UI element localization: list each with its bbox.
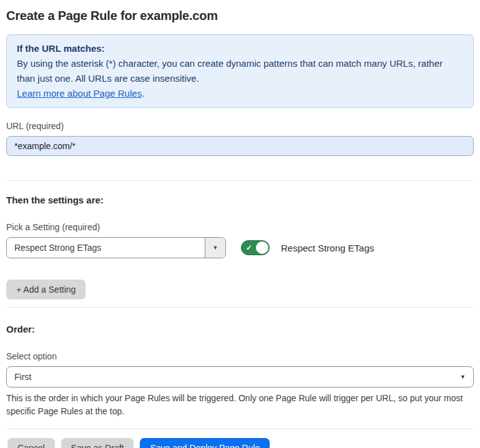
url-match-info-box: If the URL matches: By using the asteris… [6,34,474,108]
settings-section-heading: Then the settings are: [6,195,474,205]
url-field-label: URL (required) [6,121,474,131]
url-input[interactable] [6,136,474,156]
footer-actions: Cancel Save as Draft Save and Deploy Pag… [6,429,474,448]
setting-toggle-group: ✓ Respect Strong ETags [241,240,374,255]
create-page-rule-form: Create a Page Rule for example.com If th… [0,0,480,448]
save-as-draft-button[interactable]: Save as Draft [61,438,134,448]
setting-toggle-label: Respect Strong ETags [281,243,374,253]
save-and-deploy-button[interactable]: Save and Deploy Page Rule [140,438,270,448]
order-select[interactable]: First ▼ [6,366,474,387]
info-box-link-line: Learn more about Page Rules. [17,86,463,101]
section-divider [6,307,474,308]
order-section-heading: Order: [6,324,474,334]
page-title: Create a Page Rule for example.com [6,9,474,23]
setting-select-value: Respect Strong ETags [7,238,205,258]
info-box-heading: If the URL matches: [17,41,463,56]
order-select-label: Select option [6,351,474,361]
learn-more-link[interactable]: Learn more about Page Rules [17,88,142,99]
info-box-body: By using the asterisk (*) character, you… [17,56,463,86]
add-setting-button[interactable]: + Add a Setting [6,280,86,299]
link-period: . [142,88,144,99]
setting-select[interactable]: Respect Strong ETags ▼ [6,237,226,258]
setting-toggle[interactable]: ✓ [241,240,270,255]
order-help-text: This is the order in which your Page Rul… [6,392,473,418]
chevron-down-icon: ▼ [213,245,218,251]
cancel-button[interactable]: Cancel [7,438,55,448]
chevron-down-icon: ▼ [460,374,466,380]
toggle-knob [256,241,268,254]
setting-row: Respect Strong ETags ▼ ✓ Respect Strong … [6,237,474,258]
pick-setting-label: Pick a Setting (required) [6,222,474,232]
order-select-value: First [14,372,31,382]
section-divider [6,180,474,181]
check-icon: ✓ [246,244,252,251]
setting-select-arrow-button[interactable]: ▼ [205,238,225,258]
